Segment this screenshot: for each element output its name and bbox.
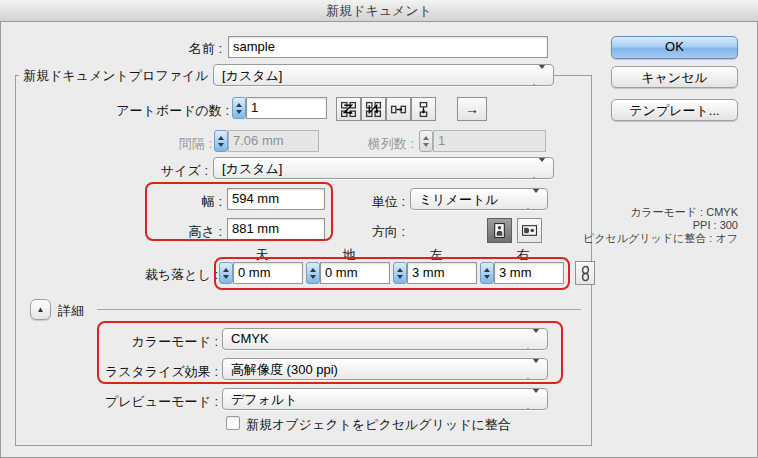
details-label: 詳細 [58, 302, 98, 320]
name-input[interactable]: sample [228, 36, 548, 58]
bleed-left-input[interactable]: 3 mm [407, 262, 477, 284]
size-dropdown[interactable]: [カスタム] [213, 157, 554, 179]
columns-input: 1 [433, 130, 546, 152]
grid-by-row-button[interactable] [336, 97, 361, 121]
document-info-summary: カラーモード : CMYK PPI : 300 ピクセルグリッドに整合 : オフ [583, 206, 738, 245]
arrange-by-column-button[interactable] [411, 97, 436, 121]
preview-mode-value: デフォルト [231, 392, 298, 407]
dropdown-arrows-icon [524, 393, 540, 408]
arrow-right-icon: → [465, 101, 479, 117]
bleed-link-button[interactable] [575, 261, 595, 285]
size-label: サイズ : [108, 162, 208, 180]
details-disclosure-button[interactable]: ▲ [30, 299, 51, 320]
unit-dropdown[interactable]: ミリメートル [410, 188, 548, 210]
dropdown-arrows-icon [524, 333, 540, 348]
spacing-label: 間隔 : [112, 135, 212, 153]
dropdown-arrows-icon [530, 162, 546, 177]
dropdown-arrows-icon [524, 193, 540, 208]
align-pixel-grid-checkbox[interactable] [226, 416, 240, 430]
grid-by-column-icon [365, 101, 382, 118]
dropdown-arrows-icon [524, 363, 540, 378]
height-input[interactable]: 881 mm [227, 218, 325, 240]
grid-by-row-icon [340, 101, 357, 118]
artboard-count-input[interactable]: 1 [246, 97, 327, 119]
spacing-input: 7.06 mm [228, 130, 319, 152]
new-document-dialog: 新規ドキュメント 名前 : sample 新規ドキュメントプロファイル : [カ… [0, 0, 758, 458]
landscape-icon [521, 222, 538, 239]
raster-effects-value: 高解像度 (300 ppi) [231, 362, 338, 377]
info-color-mode: カラーモード : CMYK [583, 206, 738, 219]
width-label: 幅 : [122, 193, 222, 211]
bleed-bottom-stepper[interactable] [306, 262, 320, 284]
bleed-left-stepper[interactable] [393, 262, 407, 284]
portrait-icon [491, 222, 508, 239]
bleed-top-stepper[interactable] [219, 262, 233, 284]
dialog-title: 新規ドキュメント [0, 0, 758, 21]
raster-effects-dropdown[interactable]: 高解像度 (300 ppi) [222, 358, 548, 380]
height-label: 高さ : [122, 223, 222, 241]
profile-dropdown[interactable]: [カスタム] [213, 64, 554, 86]
profile-label: 新規ドキュメントプロファイル : [19, 67, 220, 85]
chain-link-icon [578, 265, 593, 282]
info-pixel-grid: ピクセルグリッドに整合 : オフ [583, 232, 738, 245]
color-mode-value: CMYK [231, 331, 269, 346]
disclosure-triangle-icon: ▲ [37, 305, 45, 314]
profile-value: [カスタム] [222, 68, 282, 83]
color-mode-label: カラーモード : [78, 333, 218, 351]
raster-effects-label: ラスタライズ効果 : [58, 363, 218, 381]
template-button[interactable]: テンプレート... [611, 99, 738, 121]
bleed-top-input[interactable]: 0 mm [233, 262, 303, 284]
arrange-by-row-button[interactable] [386, 97, 411, 121]
cancel-button[interactable]: キャンセル [611, 66, 738, 88]
name-label: 名前 : [60, 40, 222, 58]
unit-value: ミリメートル [419, 192, 499, 207]
columns-label: 横列数 : [334, 135, 414, 153]
grid-by-column-button[interactable] [361, 97, 386, 121]
preview-mode-label: プレビューモード : [78, 393, 218, 411]
width-input[interactable]: 594 mm [227, 188, 325, 210]
preview-mode-dropdown[interactable]: デフォルト [222, 388, 548, 410]
ok-button[interactable]: OK [611, 36, 738, 59]
info-ppi: PPI : 300 [583, 219, 738, 232]
columns-stepper [419, 130, 433, 152]
artboard-count-label: アートボードの数 : [60, 102, 229, 120]
details-separator [97, 309, 581, 310]
bleed-right-input[interactable]: 3 mm [494, 262, 564, 284]
layout-direction-button[interactable]: → [457, 97, 487, 121]
color-mode-dropdown[interactable]: CMYK [222, 328, 548, 350]
orientation-landscape-button[interactable] [517, 218, 542, 243]
arrange-by-column-icon [415, 101, 432, 118]
dropdown-arrows-icon [530, 69, 546, 84]
unit-label: 単位 : [345, 193, 405, 211]
arrange-by-row-icon [390, 101, 407, 118]
artboard-count-stepper[interactable] [232, 97, 246, 119]
title-bar: 新規ドキュメント [0, 0, 758, 22]
bleed-bottom-input[interactable]: 0 mm [320, 262, 390, 284]
bleed-label: 裁ち落とし : [98, 266, 218, 284]
bleed-right-stepper[interactable] [480, 262, 494, 284]
spacing-stepper[interactable] [214, 130, 228, 152]
size-value: [カスタム] [222, 161, 282, 176]
align-pixel-grid-label: 新規オブジェクトをピクセルグリッドに整合 [246, 416, 546, 434]
orientation-label: 方向 : [345, 223, 405, 241]
orientation-portrait-button[interactable] [487, 218, 512, 243]
